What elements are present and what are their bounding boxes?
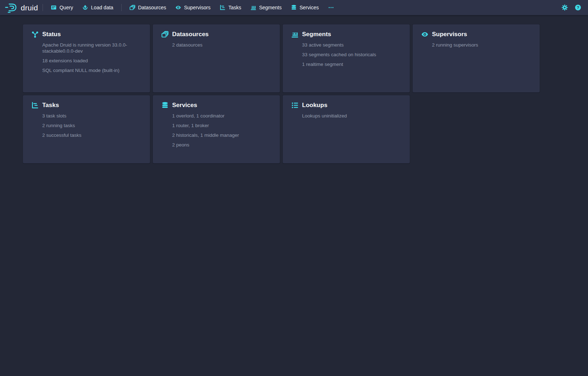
card-lines: 33 active segments33 segments cached on … [302, 42, 404, 67]
card-header: Lookups [291, 101, 404, 109]
card-header: Segments [291, 30, 404, 38]
nav-item-supervisors[interactable]: Supervisors [172, 0, 214, 15]
card-lines: 2 running supervisors [432, 42, 534, 48]
card-line: 1 router, 1 broker [172, 122, 274, 129]
bar-chart-icon [291, 31, 298, 38]
druid-logo-icon [5, 2, 18, 13]
database-icon [291, 5, 297, 10]
card-title: Datasources [172, 30, 209, 38]
application-icon [51, 5, 57, 10]
card-line: 2 running tasks [42, 122, 144, 129]
nav-item-load-data[interactable]: Load data [79, 0, 117, 15]
nav-item-tasks[interactable]: Tasks [216, 0, 245, 15]
card-line: 33 active segments [302, 42, 404, 48]
help-icon [575, 4, 581, 11]
nav-item-label: Load data [91, 5, 113, 10]
card-title: Supervisors [432, 30, 467, 38]
card-datasources[interactable]: Datasources 2 datasources [153, 24, 280, 92]
nav-item-label: Query [59, 5, 73, 10]
navbar-divider [43, 4, 43, 11]
card-title: Tasks [42, 101, 59, 109]
eye-icon [421, 31, 428, 38]
layers-icon [161, 31, 169, 38]
card-header: Status [31, 30, 144, 38]
card-lines: 2 datasources [172, 42, 274, 48]
card-line: 2 peons [172, 142, 274, 148]
card-tasks[interactable]: Tasks 3 task slots2 running tasks2 succe… [23, 95, 150, 163]
nav-item-datasources[interactable]: Datasources [126, 0, 170, 15]
card-line: 2 successful tasks [42, 132, 144, 138]
nav-item-services[interactable]: Services [287, 0, 322, 15]
card-title: Segments [302, 30, 331, 38]
card-line: 33 segments cached on historicals [302, 52, 404, 58]
layers-icon [130, 5, 135, 10]
database-icon [161, 102, 169, 109]
card-line: 2 running supervisors [432, 42, 534, 48]
card-segments[interactable]: Segments 33 active segments33 segments c… [283, 24, 410, 92]
nav-group-secondary: Datasources Supervisors Tasks Segments S… [125, 0, 324, 15]
gantt-icon [220, 5, 225, 10]
logo[interactable]: druid [5, 2, 38, 13]
navbar: druid Query Load data Datasources Superv… [0, 0, 588, 15]
settings-button[interactable] [560, 3, 570, 13]
nav-item-label: Datasources [138, 5, 166, 10]
nav-item-segments[interactable]: Segments [247, 0, 285, 15]
card-line: 2 historicals, 1 middle manager [172, 132, 274, 138]
upload-icon [82, 5, 88, 10]
card-line: 18 extensions loaded [42, 58, 144, 64]
card-header: Supervisors [421, 30, 534, 38]
card-line: 1 realtime segment [302, 61, 404, 67]
eye-icon [175, 5, 181, 10]
nav-item-query[interactable]: Query [47, 0, 77, 15]
card-lines: Lookups uninitialized [302, 113, 404, 119]
more-icon [328, 5, 334, 10]
cog-icon [562, 4, 568, 11]
card-lines: Apache Druid is running version 33.0.0-s… [42, 42, 144, 73]
nav-group-primary: Query Load data [46, 0, 118, 15]
home-card-deck: Status Apache Druid is running version 3… [23, 24, 588, 163]
card-supervisors[interactable]: Supervisors 2 running supervisors [413, 24, 540, 92]
card-lookups[interactable]: Lookups Lookups uninitialized [283, 95, 410, 163]
bar-chart-icon [251, 5, 256, 10]
card-title: Lookups [302, 101, 327, 109]
card-header: Datasources [161, 30, 274, 38]
gantt-icon [31, 102, 39, 109]
navbar-right [560, 3, 583, 13]
nav-item-label: Services [300, 5, 319, 10]
nav-more-button[interactable] [325, 0, 337, 15]
card-line: SQL compliant NULL mode (built-in) [42, 67, 144, 73]
card-line: 2 datasources [172, 42, 274, 48]
card-title: Status [42, 30, 61, 38]
card-services[interactable]: Services 1 overlord, 1 coordinator1 rout… [153, 95, 280, 163]
card-lines: 1 overlord, 1 coordinator1 router, 1 bro… [172, 113, 274, 148]
graph-icon [31, 31, 39, 38]
nav-item-label: Supervisors [184, 5, 210, 10]
card-header: Services [161, 101, 274, 109]
logo-text: druid [21, 4, 38, 11]
help-button[interactable] [573, 3, 583, 13]
card-line: 1 overlord, 1 coordinator [172, 113, 274, 119]
card-status[interactable]: Status Apache Druid is running version 3… [23, 24, 150, 92]
card-header: Tasks [31, 101, 144, 109]
list-icon [291, 102, 298, 109]
nav-item-label: Segments [259, 5, 282, 10]
card-line: 3 task slots [42, 113, 144, 119]
navbar-divider [121, 4, 122, 11]
card-line: Lookups uninitialized [302, 113, 404, 119]
card-lines: 3 task slots2 running tasks2 successful … [42, 113, 144, 138]
card-title: Services [172, 101, 197, 109]
nav-item-label: Tasks [228, 5, 241, 10]
card-line: Apache Druid is running version 33.0.0-s… [42, 42, 144, 54]
